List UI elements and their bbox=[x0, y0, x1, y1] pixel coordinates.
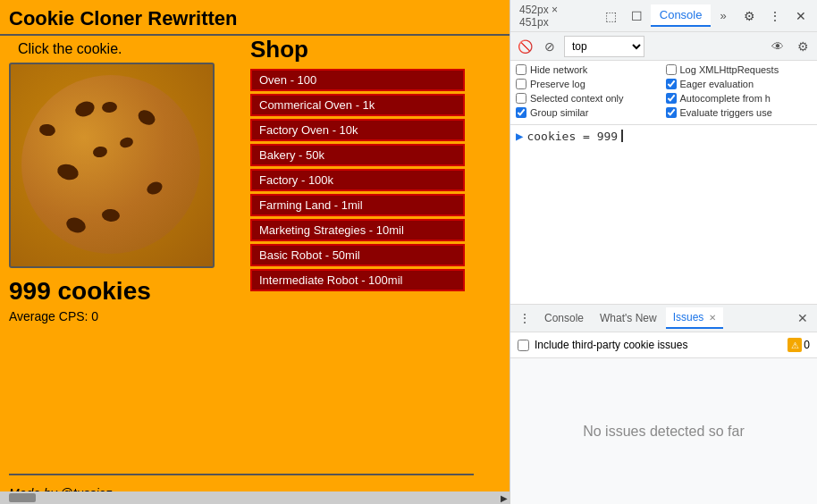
console-input-line: ▶ cookies = 999 bbox=[516, 129, 812, 143]
evaluate-triggers-checkbox[interactable] bbox=[666, 107, 677, 118]
device-icon-btn[interactable]: ☐ bbox=[625, 4, 649, 29]
group-similar-text: Group similar bbox=[530, 107, 588, 118]
preserve-log-label[interactable]: Preserve log bbox=[516, 79, 662, 89]
shop-item[interactable]: Factory - 100k bbox=[250, 169, 465, 191]
devtools-bar2: 🚫 ⊘ top 👁 ⚙ bbox=[510, 32, 817, 61]
eager-eval-text: Eager evaluation bbox=[680, 79, 754, 89]
shop-item[interactable]: Intermediate Robot - 100mil bbox=[250, 269, 465, 291]
console-cursor bbox=[621, 130, 623, 142]
settings-btn[interactable]: ⚙ bbox=[792, 36, 813, 57]
close-devtools-btn[interactable]: ✕ bbox=[789, 4, 813, 29]
console-arrow-icon: ▶ bbox=[516, 129, 523, 143]
no-issues-text: No issues detected so far bbox=[510, 358, 817, 504]
selected-context-checkbox[interactable] bbox=[516, 93, 526, 104]
devtools-checkboxes: Hide network Log XMLHttpRequests Preserv… bbox=[510, 61, 817, 125]
inspect-icon-btn[interactable]: ⬚ bbox=[599, 4, 623, 29]
click-label: Click the cookie. bbox=[9, 36, 131, 63]
warning-count: 0 bbox=[804, 339, 810, 351]
issues-panel: Include third-party cookie issues ⚠ 0 No… bbox=[510, 332, 817, 504]
console-tab-btn[interactable]: Console bbox=[651, 4, 712, 27]
divider bbox=[9, 474, 474, 475]
console-area: ▶ cookies = 999 bbox=[510, 125, 817, 304]
more-tabs-btn[interactable]: » bbox=[712, 5, 733, 26]
bottom-scrollbar[interactable]: ▶ bbox=[0, 491, 510, 504]
group-similar-checkbox[interactable] bbox=[516, 107, 526, 118]
cookie-area: Click the cookie. 999 cookies Avera bbox=[9, 36, 241, 466]
group-similar-label[interactable]: Group similar bbox=[516, 107, 662, 118]
preserve-log-text: Preserve log bbox=[530, 79, 585, 89]
shop-area: Shop Oven - 100Commerical Oven - 1kFacto… bbox=[250, 36, 465, 466]
log-xmlhttp-text: Log XMLHttpRequests bbox=[680, 64, 779, 75]
avg-cps: Average CPS: 0 bbox=[9, 309, 98, 323]
hide-network-text: Hide network bbox=[530, 64, 587, 75]
eager-eval-label[interactable]: Eager evaluation bbox=[666, 79, 813, 89]
game-panel: Cookie Cloner Rewritten Click the cookie… bbox=[0, 0, 510, 504]
scroll-right-arrow[interactable]: ▶ bbox=[501, 493, 508, 503]
selected-context-label[interactable]: Selected context only bbox=[516, 93, 662, 104]
log-xmlhttp-label[interactable]: Log XMLHttpRequests bbox=[666, 64, 813, 75]
filter-btn[interactable]: ⊘ bbox=[539, 36, 560, 57]
shop-item[interactable]: Oven - 100 bbox=[250, 69, 465, 91]
bottom-menu-btn[interactable]: ⋮ bbox=[514, 307, 535, 329]
issues-options-row: Include third-party cookie issues ⚠ 0 bbox=[510, 332, 817, 358]
devtools-topbar: 452px × 451px ⬚ ☐ Console » ⚙ ⋮ ✕ bbox=[510, 0, 817, 32]
autocomplete-label[interactable]: Autocomplete from h bbox=[666, 93, 813, 104]
scroll-thumb[interactable] bbox=[9, 493, 36, 502]
hide-network-checkbox[interactable] bbox=[516, 64, 526, 75]
devtools-panel: 452px × 451px ⬚ ☐ Console » ⚙ ⋮ ✕ 🚫 ⊘ to… bbox=[510, 0, 817, 504]
shop-item[interactable]: Farming Land - 1mil bbox=[250, 194, 465, 216]
shop-item[interactable]: Factory Oven - 10k bbox=[250, 119, 465, 141]
context-select[interactable]: top bbox=[564, 36, 644, 57]
selected-context-text: Selected context only bbox=[530, 93, 624, 104]
eager-eval-checkbox[interactable] bbox=[666, 79, 677, 89]
dimensions-badge: 452px × 451px bbox=[514, 2, 594, 30]
autocomplete-checkbox[interactable] bbox=[666, 93, 677, 104]
shop-title: Shop bbox=[250, 36, 465, 63]
console-text: cookies = 999 bbox=[526, 130, 618, 143]
tab-whats-new[interactable]: What's New bbox=[593, 308, 664, 328]
shop-item[interactable]: Basic Robot - 50mil bbox=[250, 244, 465, 266]
eye-btn[interactable]: 👁 bbox=[767, 36, 788, 57]
issues-badge: ⚠ 0 bbox=[788, 338, 810, 352]
tab-console-bottom[interactable]: Console bbox=[537, 308, 591, 328]
third-party-cookies-checkbox[interactable] bbox=[518, 340, 529, 351]
shop-item[interactable]: Marketing Strategies - 10mil bbox=[250, 219, 465, 241]
cookie-button[interactable] bbox=[9, 63, 215, 268]
close-bottom-panel-btn[interactable]: ✕ bbox=[792, 307, 813, 329]
cookie-count: 999 cookies bbox=[9, 277, 151, 306]
gear-icon-btn[interactable]: ⚙ bbox=[737, 4, 762, 29]
more-options-btn[interactable]: ⋮ bbox=[763, 4, 788, 29]
game-title: Cookie Cloner Rewritten bbox=[0, 0, 510, 36]
hide-network-label[interactable]: Hide network bbox=[516, 64, 662, 75]
evaluate-triggers-text: Evaluate triggers use bbox=[680, 107, 772, 118]
shop-item[interactable]: Commerical Oven - 1k bbox=[250, 94, 465, 116]
log-xmlhttp-checkbox[interactable] bbox=[666, 64, 677, 75]
bottom-tabs: ⋮ Console What's New Issues ✕ ✕ bbox=[510, 304, 817, 332]
preserve-log-checkbox[interactable] bbox=[516, 79, 526, 89]
shop-items-list: Oven - 100Commerical Oven - 1kFactory Ov… bbox=[250, 69, 465, 294]
third-party-label: Include third-party cookie issues bbox=[535, 339, 687, 351]
tab-issues-label: Issues bbox=[673, 311, 704, 323]
shop-item[interactable]: Bakery - 50k bbox=[250, 144, 465, 166]
tab-issues-close[interactable]: ✕ bbox=[709, 313, 716, 323]
tab-issues[interactable]: Issues ✕ bbox=[666, 307, 723, 329]
evaluate-triggers-label[interactable]: Evaluate triggers use bbox=[666, 107, 813, 118]
clear-console-btn[interactable]: 🚫 bbox=[514, 36, 535, 57]
warning-icon: ⚠ bbox=[788, 338, 802, 352]
autocomplete-text: Autocomplete from h bbox=[680, 93, 771, 104]
